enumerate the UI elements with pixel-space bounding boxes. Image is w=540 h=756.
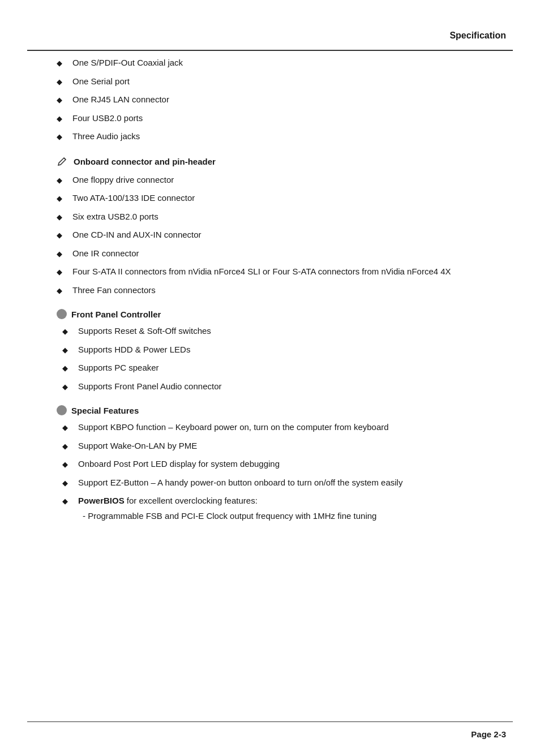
bullet-diamond: ◆: [57, 193, 67, 204]
front-panel-bullet-list: ◆ Supports Reset & Soft-Off switches ◆ S…: [62, 325, 506, 393]
list-item: ◆ Support Wake-On-LAN by PME: [62, 440, 506, 453]
bullet-diamond: ◆: [62, 459, 72, 470]
bullet-diamond: ◆: [57, 212, 67, 223]
item-text: Three Audio jacks: [72, 130, 140, 143]
list-item: ◆ Four USB2.0 ports: [57, 112, 506, 125]
list-item: ◆ Supports Reset & Soft-Off switches: [62, 325, 506, 338]
bullet-diamond: ◆: [62, 441, 72, 452]
power-bios-rest: for excellent overclocking features:: [125, 496, 258, 505]
item-text: Support EZ-Button – A handy power-on but…: [78, 476, 402, 489]
bullet-diamond: ◆: [62, 345, 72, 356]
bullet-diamond: ◆: [57, 230, 67, 241]
list-item: ◆ One IR connector: [57, 247, 506, 260]
list-item: ◆ Three Fan connectors: [57, 284, 506, 297]
bullet-diamond: ◆: [57, 267, 67, 278]
item-text: Four USB2.0 ports: [72, 112, 143, 125]
list-item: ◆ Support KBPO function – Keyboard power…: [62, 421, 506, 434]
bullet-diamond: ◆: [57, 76, 67, 88]
bullet-diamond: ◆: [62, 326, 72, 337]
item-text: Supports HDD & Power LEDs: [78, 343, 190, 356]
list-item: ◆ One floppy drive connector: [57, 174, 506, 187]
power-bios-label: PowerBIOS: [78, 496, 125, 505]
onboard-bullet-list: ◆ One floppy drive connector ◆ Two ATA-1…: [57, 174, 506, 297]
main-content: ◆ One S/PDIF-Out Coaxial jack ◆ One Seri…: [57, 57, 506, 711]
special-features-section-header: Special Features: [57, 405, 506, 415]
bullet-diamond: ◆: [62, 496, 72, 507]
item-text: Onboard Post Port LED display for system…: [78, 458, 280, 471]
bullet-diamond: ◆: [57, 175, 67, 186]
item-text: Support KBPO function – Keyboard power o…: [78, 421, 389, 434]
footer-rule: [27, 721, 513, 723]
list-item: ◆ Three Audio jacks: [57, 130, 506, 143]
item-text: Four S-ATA II connectors from nVidia nFo…: [72, 265, 451, 278]
special-features-bullet-list: ◆ Support KBPO function – Keyboard power…: [62, 421, 506, 508]
header-rule: [27, 50, 513, 51]
item-text: Supports PC speaker: [78, 362, 159, 375]
bullet-diamond: ◆: [57, 248, 67, 260]
item-text: Support Wake-On-LAN by PME: [78, 440, 197, 453]
item-text: PowerBIOS for excellent overclocking fea…: [78, 495, 258, 508]
list-item: ◆ Supports PC speaker: [62, 362, 506, 375]
bullet-diamond: ◆: [62, 381, 72, 393]
item-text: One S/PDIF-Out Coaxial jack: [72, 57, 183, 70]
list-item: ◆ Two ATA-100/133 IDE connector: [57, 192, 506, 205]
list-item: ◆ One RJ45 LAN connector: [57, 93, 506, 106]
page-title: Specification: [449, 31, 506, 41]
item-text: One Serial port: [72, 75, 130, 88]
top-bullet-list: ◆ One S/PDIF-Out Coaxial jack ◆ One Seri…: [57, 57, 506, 143]
bullet-diamond: ◆: [62, 478, 72, 489]
programmable-note-text: - Programmable FSB and PCI-E Clock outpu…: [83, 511, 376, 521]
circle-icon-2: [57, 405, 67, 415]
item-text: Supports Front Panel Audio connector: [78, 380, 222, 393]
item-text: Six extra USB2.0 ports: [72, 211, 158, 224]
bullet-diamond: ◆: [57, 131, 67, 143]
circle-icon: [57, 309, 67, 319]
item-text: One IR connector: [72, 247, 139, 260]
list-item: ◆ Supports Front Panel Audio connector: [62, 380, 506, 393]
list-item: ◆ Onboard Post Port LED display for syst…: [62, 458, 506, 471]
bullet-diamond: ◆: [57, 94, 67, 106]
list-item: ◆ Support EZ-Button – A handy power-on b…: [62, 476, 506, 489]
bullet-diamond: ◆: [62, 422, 72, 433]
item-text: One floppy drive connector: [72, 174, 174, 187]
list-item: ◆ Six extra USB2.0 ports: [57, 211, 506, 224]
list-item: ◆ Supports HDD & Power LEDs: [62, 343, 506, 356]
bullet-diamond: ◆: [57, 58, 67, 69]
list-item: ◆ One CD-IN and AUX-IN connector: [57, 229, 506, 242]
item-text: Three Fan connectors: [72, 284, 156, 297]
onboard-section-label: Onboard connector and pin-header: [74, 157, 216, 166]
item-text: One CD-IN and AUX-IN connector: [72, 229, 202, 242]
onboard-section-header: Onboard connector and pin-header: [57, 156, 506, 168]
list-item: ◆ One S/PDIF-Out Coaxial jack: [57, 57, 506, 70]
list-item: ◆ Four S-ATA II connectors from nVidia n…: [57, 265, 506, 278]
item-text: Two ATA-100/133 IDE connector: [72, 192, 195, 205]
footer-page: Page 2-3: [471, 729, 506, 739]
item-text: One RJ45 LAN connector: [72, 93, 169, 106]
programmable-note: - Programmable FSB and PCI-E Clock outpu…: [83, 510, 506, 523]
bullet-diamond: ◆: [57, 113, 67, 124]
bullet-diamond: ◆: [62, 363, 72, 374]
special-features-section-label: Special Features: [71, 406, 139, 415]
list-item: ◆ One Serial port: [57, 75, 506, 88]
pencil-icon: [57, 156, 69, 168]
item-text: Supports Reset & Soft-Off switches: [78, 325, 211, 338]
front-panel-section-label: Front Panel Controller: [71, 310, 161, 319]
list-item: ◆ PowerBIOS for excellent overclocking f…: [62, 495, 506, 508]
page-container: Specification ◆ One S/PDIF-Out Coaxial j…: [0, 0, 540, 756]
front-panel-section-header: Front Panel Controller: [57, 309, 506, 319]
bullet-diamond: ◆: [57, 285, 67, 297]
